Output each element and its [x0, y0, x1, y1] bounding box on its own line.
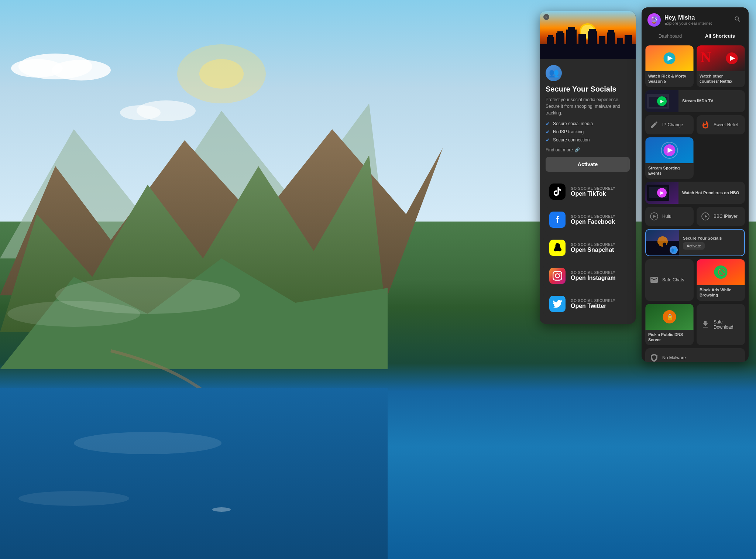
- shortcut-bbc[interactable]: BBC iPlayer: [697, 207, 745, 226]
- twitter-icon: [549, 296, 566, 312]
- svg-rect-39: [581, 47, 583, 52]
- shortcut-hbo[interactable]: ▶ Watch Hot Premieres on HBO: [645, 182, 745, 204]
- check-icon-3: ✔: [546, 137, 550, 143]
- sweet-relief-label: Sweet Relief: [714, 122, 738, 127]
- feature-3: ✔ Secure connection: [546, 137, 630, 143]
- svg-rect-25: [557, 31, 563, 34]
- shortcut-netflix[interactable]: N Watch other countries' Netflix: [697, 45, 745, 87]
- close-button[interactable]: ×: [543, 14, 549, 20]
- panel-title: Secure Your Socials: [546, 85, 630, 93]
- social-links-list: GO SOCIAL SECURELY Open TikTok f GO SOCI…: [540, 179, 636, 324]
- tab-all-shortcuts[interactable]: All Shortcuts: [696, 31, 744, 41]
- shortcut-sweet-relief[interactable]: Sweet Relief: [697, 115, 745, 134]
- svg-point-9: [18, 491, 129, 506]
- svg-point-12: [52, 60, 111, 80]
- facebook-icon: f: [549, 212, 566, 228]
- rick-morty-label: Watch Rick & Morty Season 5: [645, 71, 694, 87]
- svg-point-17: [212, 507, 231, 512]
- panels-container: × 👥 Secure Your Socials Protect your soc…: [532, 0, 756, 559]
- shortcut-sporting[interactable]: Stream Sporting Events: [645, 137, 694, 179]
- svg-point-16: [7, 301, 140, 327]
- search-button[interactable]: [732, 14, 743, 26]
- panel-hero: ×: [540, 11, 636, 59]
- shortcut-ip-change[interactable]: IP Change: [645, 115, 694, 134]
- svg-marker-60: [705, 215, 707, 218]
- instagram-item[interactable]: GO SOCIAL SECURELY Open Instagram: [543, 263, 632, 288]
- instagram-icon: [549, 268, 566, 284]
- snapchat-text: GO SOCIAL SECURELY Open Snapchat: [571, 243, 615, 253]
- sidebar: 🔮 Hey, Misha Explore your clear internet…: [642, 7, 749, 362]
- tab-dashboard[interactable]: Dashboard: [646, 31, 694, 41]
- svg-rect-33: [608, 30, 614, 34]
- shortcut-imdb[interactable]: ▶ Stream IMDb TV: [645, 90, 745, 112]
- user-info: Hey, Misha Explore your clear internet: [664, 14, 712, 25]
- dns-thumb: 🔒: [645, 304, 694, 330]
- shortcut-secure-socials[interactable]: 👥 Secure Your Socials Activate: [645, 229, 745, 256]
- facebook-item[interactable]: f GO SOCIAL SECURELY Open Facebook: [543, 207, 632, 232]
- svg-text:🚫: 🚫: [718, 268, 726, 276]
- tiktok-icon: [549, 184, 566, 200]
- user-section: 🔮 Hey, Misha Explore your clear internet: [647, 13, 712, 27]
- feature-1: ✔ Secure social media: [546, 121, 630, 127]
- svg-rect-30: [589, 29, 596, 32]
- svg-rect-7: [0, 388, 388, 559]
- secure-socials-activate-btn[interactable]: Activate: [683, 242, 705, 250]
- shortcut-block-ads[interactable]: 🚫 Block Ads While Browsing: [697, 259, 745, 301]
- twitter-item[interactable]: GO SOCIAL SECURELY Open Twitter: [543, 291, 632, 316]
- svg-rect-35: [625, 35, 632, 48]
- external-link-icon: 🔗: [574, 147, 580, 152]
- secure-socials-label: Secure Your Socials: [683, 236, 740, 242]
- safe-chats-icon: [649, 275, 659, 285]
- check-icon-2: ✔: [546, 129, 550, 135]
- user-subtitle: Explore your clear internet: [664, 21, 712, 25]
- svg-rect-32: [607, 32, 615, 48]
- svg-rect-65: [656, 245, 659, 249]
- sidebar-tabs: Dashboard All Shortcuts: [642, 31, 749, 45]
- ip-change-icon: [649, 120, 659, 130]
- twitter-text: GO SOCIAL SECURELY Open Twitter: [571, 299, 615, 309]
- avatar: 🔮: [647, 13, 661, 27]
- shortcut-dns[interactable]: 🔒 Pick a Public DNS Server: [645, 304, 694, 346]
- shortcut-hulu[interactable]: Hulu: [645, 207, 694, 226]
- secure-socials-thumb: 👥: [646, 230, 679, 256]
- snapchat-item[interactable]: GO SOCIAL SECURELY Open Snapchat: [543, 235, 632, 260]
- ip-change-label: IP Change: [662, 122, 683, 127]
- svg-text:N: N: [701, 49, 711, 65]
- shortcut-no-malware[interactable]: No Malware: [645, 348, 745, 362]
- svg-point-63: [657, 236, 668, 247]
- svg-rect-31: [599, 36, 605, 48]
- hbo-thumb: ▶: [645, 182, 678, 204]
- svg-rect-34: [617, 38, 623, 48]
- shortcut-rick-morty[interactable]: Watch Rick & Morty Season 5: [645, 45, 694, 87]
- sweet-relief-icon: [700, 120, 711, 130]
- instagram-text: GO SOCIAL SECURELY Open Instagram: [571, 271, 616, 281]
- netflix-label: Watch other countries' Netflix: [697, 71, 745, 87]
- sporting-label: Stream Sporting Events: [645, 163, 694, 179]
- shortcut-safe-download[interactable]: Safe Download: [697, 304, 745, 346]
- snapchat-icon: [549, 240, 566, 256]
- imdb-label: Stream IMDb TV: [678, 95, 717, 106]
- shortcut-safe-chats[interactable]: Safe Chats: [645, 259, 694, 301]
- svg-text:🔒: 🔒: [666, 313, 674, 320]
- imdb-thumb: ▶: [645, 90, 678, 112]
- svg-rect-27: [568, 27, 575, 31]
- facebook-text: GO SOCIAL SECURELY Open Facebook: [571, 215, 615, 225]
- svg-rect-24: [556, 33, 564, 48]
- svg-point-14: [120, 105, 161, 120]
- safe-chats-label: Safe Chats: [662, 277, 684, 282]
- block-ads-label: Block Ads While Browsing: [697, 285, 745, 301]
- svg-rect-22: [547, 37, 554, 48]
- socials-panel: × 👥 Secure Your Socials Protect your soc…: [540, 11, 636, 324]
- feature-2: ✔ No ISP tracking: [546, 129, 630, 135]
- netflix-thumb: N: [697, 45, 745, 71]
- safe-download-icon: [700, 319, 711, 330]
- activate-button[interactable]: Activate: [546, 157, 630, 172]
- svg-point-8: [74, 432, 221, 454]
- tiktok-text: GO SOCIAL SECURELY Open TikTok: [571, 186, 615, 197]
- user-greeting: Hey, Misha: [664, 14, 712, 21]
- safe-download-label: Safe Download: [714, 319, 741, 330]
- sidebar-header: 🔮 Hey, Misha Explore your clear internet: [642, 7, 749, 31]
- tiktok-item[interactable]: GO SOCIAL SECURELY Open TikTok: [543, 179, 632, 204]
- hulu-label: Hulu: [662, 214, 671, 219]
- find-out-more-link[interactable]: Find out more 🔗: [546, 147, 630, 152]
